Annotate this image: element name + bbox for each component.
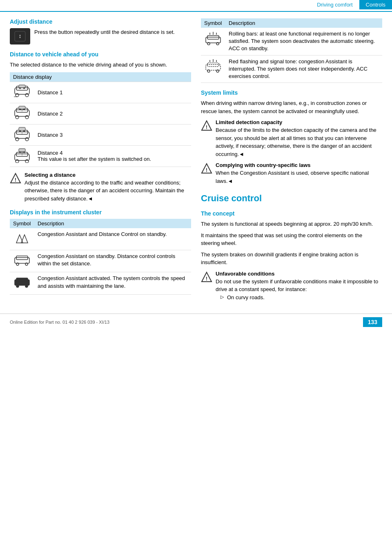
svg-text:!: ! (206, 167, 207, 173)
tab-driving-comfort[interactable]: Driving comfort (310, 0, 359, 9)
red-flashing-icon (204, 59, 222, 77)
svg-rect-22 (19, 127, 25, 131)
right-display-row-1-desc: Rolling bars: at least one functional re… (225, 28, 382, 55)
selecting-distance-warning: ! Selecting a distance Adjust the distan… (10, 172, 191, 203)
svg-point-8 (19, 87, 21, 89)
warning-triangle-icon: ! (10, 173, 21, 184)
svg-point-33 (23, 151, 25, 153)
svg-rect-39 (15, 258, 29, 263)
adjust-distance-heading: Adjust distance (10, 18, 191, 25)
svg-text:↕: ↕ (19, 33, 22, 39)
tab-controls[interactable]: Controls (359, 0, 392, 9)
svg-rect-7 (19, 85, 25, 88)
concept-text-2: It maintains the speed that was set usin… (201, 231, 382, 247)
svg-point-32 (19, 151, 21, 153)
distance-2-icon-cell (10, 103, 34, 124)
display-row-3-icon (10, 272, 34, 294)
svg-point-13 (25, 116, 29, 119)
displays-desc-col-header: Description (34, 219, 191, 228)
svg-rect-54 (206, 64, 220, 70)
svg-point-16 (23, 109, 25, 110)
distance-3-icon-cell (10, 124, 34, 145)
svg-point-24 (23, 130, 25, 132)
display-row-2: Congestion Assistant on standby. Distanc… (10, 250, 191, 272)
cruise-control-heading: Cruise control (201, 193, 382, 204)
laws-warning-text: When the Congestion Assistant is used, o… (216, 169, 382, 185)
displays-symbol-table: Symbol Description Congestion Assistant … (10, 219, 191, 295)
unfavorable-warning-content: Unfavorable conditions Do not use the sy… (216, 271, 382, 302)
adjust-distance-text: Press the button repeatedly until the de… (34, 28, 175, 36)
limited-detection-warning-icon: ! (201, 120, 212, 131)
right-display-row-1-icon (201, 28, 225, 55)
distance-1-label: Distance 1 (34, 82, 191, 103)
svg-point-30 (25, 160, 29, 163)
svg-point-15 (19, 109, 21, 110)
svg-text:!: ! (206, 276, 207, 282)
unfavorable-bullet-list: On curvy roads. (216, 294, 382, 302)
distance-3-row: Distance 3 (10, 124, 191, 145)
limited-detection-warning: ! Limited detection capacity Because of … (201, 119, 382, 158)
distance-to-vehicle-text: The selected distance to the vehicle dri… (10, 61, 191, 69)
distance-1-row: Distance 1 (10, 82, 191, 103)
system-limits-heading: System limits (201, 89, 382, 96)
limited-detection-warning-content: Limited detection capacity Because of th… (216, 119, 382, 158)
left-column: Adjust distance ↕ Press the button repea… (10, 18, 191, 305)
distance-4-icon-cell (10, 145, 34, 167)
distance-3-label: Distance 3 (34, 124, 191, 145)
svg-point-45 (16, 285, 19, 287)
svg-point-46 (25, 285, 28, 287)
svg-point-29 (16, 160, 19, 163)
footer-page-number: 133 (363, 317, 382, 327)
distance-1-icon-cell (10, 82, 34, 103)
adjust-row: ↕ Press the button repeatedly until the … (10, 28, 191, 44)
car-distance-2-icon (13, 106, 31, 120)
header-tabs: Driving comfort Controls (310, 0, 392, 9)
limited-detection-warning-text: Because of the limits to the detection c… (216, 126, 382, 158)
right-display-row-1: Rolling bars: at least one functional re… (201, 28, 382, 55)
laws-warning-icon: ! (201, 163, 212, 174)
laws-warning: ! Complying with country-specific laws W… (201, 162, 382, 185)
congestion-standby-icon (13, 253, 31, 267)
standby-icon (13, 231, 31, 245)
concept-text-3: The system brakes on downhill gradients … (201, 251, 382, 267)
laws-warning-title: Complying with country-specific laws (216, 162, 382, 168)
display-row-1-icon (10, 228, 34, 250)
adjust-distance-section: ↕ Press the button repeatedly until the … (10, 28, 191, 44)
distance-2-label: Distance 2 (34, 103, 191, 124)
unfavorable-warning-text: Do not use the system if unfavorable con… (216, 278, 382, 294)
laws-warning-content: Complying with country-specific laws Whe… (216, 162, 382, 185)
svg-point-20 (16, 138, 19, 141)
distance-4-label: Distance 4 This value is set after the s… (34, 145, 191, 167)
selecting-distance-warning-content: Selecting a distance Adjust the distance… (24, 172, 191, 203)
svg-text:!: ! (206, 124, 207, 130)
right-display-row-2: Red flashing and signal tone: congestion… (201, 55, 382, 83)
svg-text:!: ! (15, 177, 16, 183)
rolling-bars-icon (204, 31, 222, 49)
page-header: Driving comfort Controls (0, 0, 392, 12)
display-row-2-icon (10, 250, 34, 272)
displays-table-header: Symbol Description (10, 219, 191, 228)
distance-2-row: Distance 2 (10, 103, 191, 124)
right-display-row-2-desc: Red flashing and signal tone: congestion… (225, 55, 382, 83)
display-row-3-desc: Congestion Assistant activated. The syst… (34, 272, 191, 294)
page-footer: Online Edition for Part no. 01 40 2 926 … (0, 314, 392, 330)
svg-rect-14 (19, 106, 25, 109)
btn-svg-icon: ↕ (14, 31, 26, 42)
right-symbol-col-header: Symbol (201, 18, 225, 28)
distance-4-row: Distance 4 This value is set after the s… (10, 145, 191, 167)
page-content: Adjust distance ↕ Press the button repea… (0, 18, 392, 305)
displays-symbol-col-header: Symbol (10, 219, 34, 228)
svg-rect-31 (19, 149, 25, 152)
concept-heading: The concept (201, 210, 382, 217)
svg-rect-44 (16, 278, 28, 282)
selecting-distance-warning-title: Selecting a distance (24, 172, 191, 178)
svg-point-56 (207, 70, 210, 72)
limited-detection-warning-title: Limited detection capacity (216, 119, 382, 125)
display-row-3: Congestion Assistant activated. The syst… (10, 272, 191, 294)
system-limits-text: When driving within narrow driving lanes… (201, 99, 382, 115)
displays-heading: Displays in the instrument cluster (10, 209, 191, 216)
distance-display-header: Distance display (10, 72, 191, 82)
unfavorable-warning-icon: ! (201, 271, 212, 283)
unfavorable-warning: ! Unfavorable conditions Do not use the … (201, 271, 382, 302)
display-row-1-desc: Congestion Assistant and Distance Contro… (34, 228, 191, 250)
